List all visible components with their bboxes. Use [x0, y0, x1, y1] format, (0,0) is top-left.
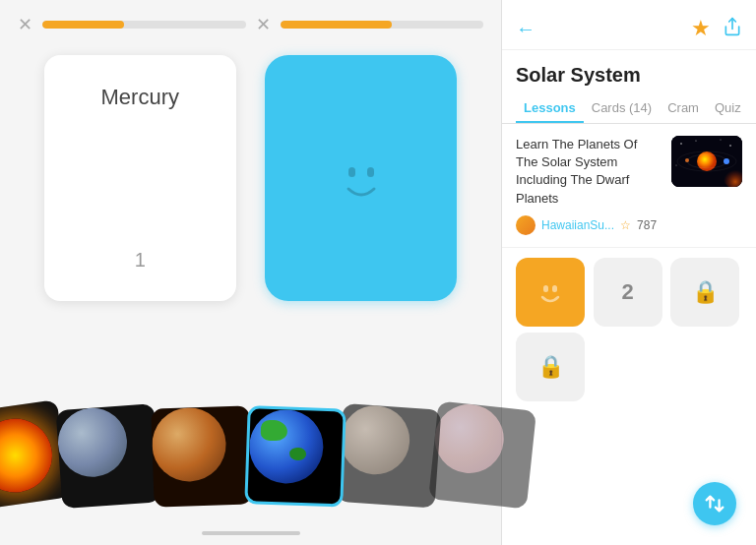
lesson-title: Learn The Planets Of The Solar System In… [516, 136, 662, 208]
cards-area: Mercury 1 [0, 45, 501, 301]
right-panel: ← ★ Solar System Lessons Cards (14) Cram… [502, 0, 756, 545]
moon-sphere [338, 403, 411, 477]
svg-point-6 [729, 145, 730, 146]
planet-card-moon[interactable] [336, 403, 441, 509]
tab-quiz[interactable]: Quiz [707, 94, 749, 123]
lesson-meta: HawaiianSu... ☆ 787 [516, 215, 662, 235]
card-front-number: 1 [135, 249, 146, 272]
planet-card-earth[interactable] [244, 405, 346, 507]
svg-rect-16 [543, 285, 548, 292]
share-icon[interactable] [723, 17, 742, 41]
flashcard-front[interactable]: Mercury 1 [44, 55, 236, 301]
star-icon[interactable]: ★ [691, 16, 711, 41]
game-card-smiley[interactable] [516, 258, 585, 327]
progress-track-1 [42, 21, 246, 29]
lesson-star: ☆ [620, 218, 631, 232]
game-grid: 2 🔒 🔒 [502, 248, 756, 411]
tab-cards[interactable]: Cards (14) [584, 94, 660, 123]
svg-rect-17 [552, 285, 557, 292]
lesson-card[interactable]: Learn The Planets Of The Solar System In… [502, 124, 756, 248]
tab-lessons[interactable]: Lessons [516, 94, 584, 123]
tabs-row: Lessons Cards (14) Cram Quiz [502, 87, 756, 124]
game-card-locked-2: 🔒 [516, 333, 585, 401]
card-front-text: Mercury [101, 85, 179, 110]
header-icons: ★ [691, 16, 742, 41]
planet-card-venus[interactable] [151, 405, 252, 507]
venus-sphere [151, 406, 227, 483]
close-icon-left[interactable]: ✕ [18, 14, 32, 35]
lesson-author: HawaiianSu... [541, 218, 614, 232]
planet-strip [0, 407, 501, 506]
progress-fill-1 [42, 21, 124, 29]
game-card-2[interactable]: 2 [594, 258, 662, 327]
svg-point-8 [675, 164, 676, 165]
lesson-count: 787 [637, 218, 657, 232]
svg-rect-1 [367, 167, 374, 177]
bottom-bar [202, 531, 300, 535]
smiley-face [327, 144, 396, 212]
svg-point-5 [695, 140, 696, 141]
svg-point-4 [680, 143, 682, 145]
tab-cram[interactable]: Cram [660, 94, 707, 123]
pink-sphere [431, 400, 507, 476]
svg-point-14 [685, 158, 689, 162]
svg-point-7 [721, 140, 722, 141]
planet-card-mercury[interactable] [55, 403, 160, 509]
svg-point-13 [724, 158, 729, 164]
planet-card-pink[interactable] [428, 400, 536, 509]
flashcard-back[interactable] [265, 55, 457, 301]
left-panel: ✕ ✕ Mercury 1 [0, 0, 502, 545]
game-card-number: 2 [622, 279, 634, 305]
lock-icon-2: 🔒 [537, 354, 564, 380]
game-card-locked-1: 🔒 [670, 258, 739, 327]
lesson-info: Learn The Planets Of The Solar System In… [516, 136, 662, 235]
lesson-thumbnail [671, 136, 742, 187]
float-action-button[interactable] [693, 482, 736, 525]
lock-icon-1: 🔒 [692, 279, 719, 305]
earth-sphere [248, 408, 325, 485]
svg-rect-0 [348, 167, 355, 177]
study-set-title: Solar System [502, 50, 756, 87]
back-icon[interactable]: ← [516, 18, 536, 40]
thumb-inner [671, 136, 742, 187]
progress-track-2 [281, 21, 484, 29]
progress-bar-row: ✕ ✕ [0, 0, 501, 45]
close-icon-right[interactable]: ✕ [256, 14, 271, 35]
progress-fill-2 [281, 21, 393, 29]
author-avatar [516, 215, 536, 235]
right-header: ← ★ [502, 0, 756, 50]
sun-sphere [0, 413, 56, 497]
mercury-sphere [55, 405, 129, 479]
